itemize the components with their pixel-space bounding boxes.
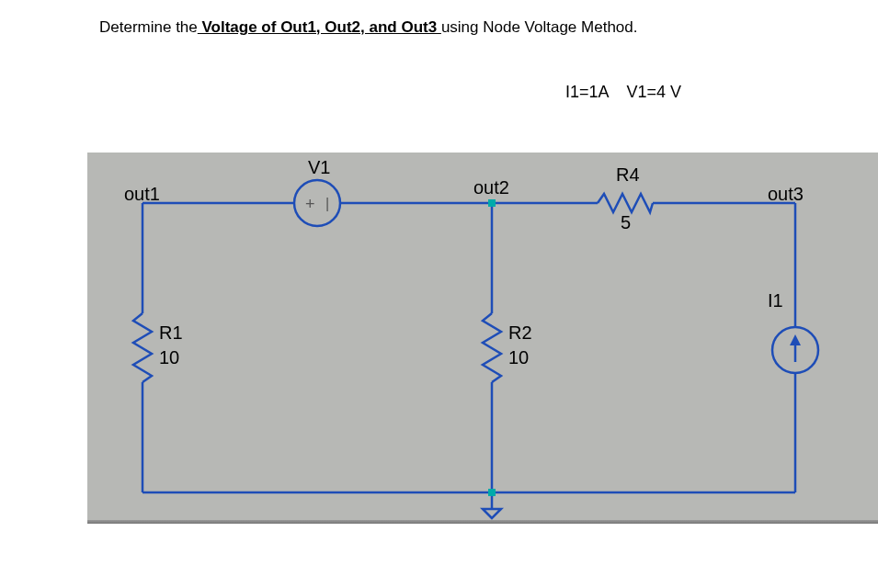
node-ground-dot bbox=[488, 489, 496, 496]
given-v1: V1=4 V bbox=[627, 83, 682, 101]
value-r2: 10 bbox=[508, 347, 529, 368]
label-out2: out2 bbox=[473, 177, 509, 198]
ground-icon bbox=[483, 509, 501, 518]
current-source-i1 bbox=[772, 327, 818, 373]
label-out3: out3 bbox=[768, 184, 804, 205]
value-r4: 5 bbox=[621, 212, 631, 233]
label-r4: R4 bbox=[616, 164, 640, 186]
label-r2: R2 bbox=[508, 322, 532, 344]
voltage-source-v1: + | bbox=[294, 180, 340, 226]
label-v1: V1 bbox=[308, 157, 330, 178]
value-r1: 10 bbox=[159, 347, 179, 368]
question-suffix: using Node Voltage Method. bbox=[441, 18, 638, 36]
divider-line bbox=[87, 520, 878, 524]
question-text: Determine the Voltage of Out1, Out2, and… bbox=[0, 18, 878, 37]
circuit-diagram: + | out1 out2 out3 V1 R4 bbox=[87, 153, 878, 520]
given-values: I1=1A V1=4 V bbox=[0, 83, 878, 102]
svg-point-12 bbox=[294, 180, 340, 226]
svg-text:+: + bbox=[305, 195, 315, 213]
label-i1: I1 bbox=[768, 290, 783, 311]
resistor-r1 bbox=[133, 313, 152, 382]
label-out1: out1 bbox=[124, 184, 160, 205]
label-r1: R1 bbox=[159, 322, 183, 344]
svg-marker-18 bbox=[483, 509, 501, 518]
resistor-r4 bbox=[598, 194, 653, 212]
given-i1: I1=1A bbox=[565, 83, 609, 101]
svg-text:|: | bbox=[325, 196, 329, 211]
question-underlined: Voltage of Out1, Out2, and Out3 bbox=[198, 18, 441, 36]
node-out2-dot bbox=[488, 199, 496, 207]
resistor-r2 bbox=[483, 313, 501, 382]
svg-marker-17 bbox=[790, 334, 801, 345]
question-prefix: Determine the bbox=[99, 18, 198, 36]
